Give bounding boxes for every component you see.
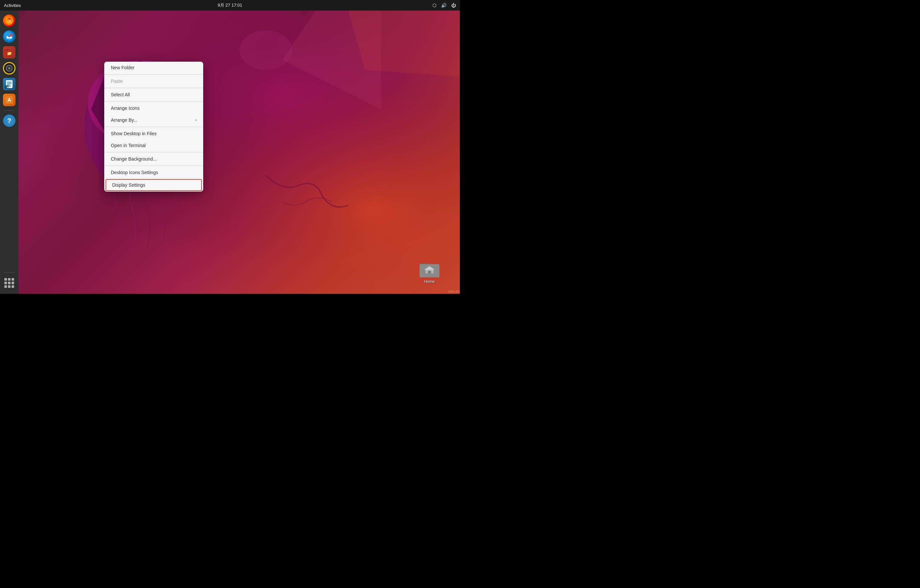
sidebar-divider-bottom [4,272,15,273]
menu-item-show-desktop[interactable]: Show Desktop in Files [104,128,203,139]
svg-text:A: A [7,97,11,103]
sidebar: 📁 W A [0,11,18,294]
svg-point-3 [10,34,13,37]
menu-item-arrange-icons[interactable]: Arrange Icons [104,102,203,114]
watermark: cson.cn [448,290,459,293]
svg-rect-11 [7,83,11,84]
menu-item-arrange-by[interactable]: Arrange By... › [104,114,203,126]
submenu-arrow-icon: › [195,118,197,122]
sidebar-item-thunderbird[interactable] [2,30,16,44]
sidebar-item-writer[interactable]: W [2,77,16,91]
sidebar-item-files[interactable]: 📁 [2,45,16,59]
desktop[interactable]: Home New Folder Paste Select All Arrange… [18,11,460,294]
home-folder-icon[interactable]: Home [419,259,440,284]
context-menu: New Folder Paste Select All Arrange Icon… [104,62,203,191]
topbar-right: ⬡ 🔊 ⏻ [432,3,456,8]
activities-button[interactable]: Activities [4,3,21,8]
menu-item-select-all[interactable]: Select All [104,89,203,100]
sidebar-item-help[interactable]: ? [2,114,16,128]
svg-point-2 [5,32,13,40]
sidebar-item-firefox[interactable] [2,14,16,28]
menu-item-paste: Paste [104,75,203,87]
menu-divider-6 [104,165,203,166]
svg-text:📁: 📁 [7,51,12,56]
svg-text:W: W [6,86,9,89]
home-folder-label: Home [424,279,435,284]
menu-item-display-settings[interactable]: Display Settings [105,179,202,191]
svg-rect-36 [428,271,431,274]
topbar-datetime: 9月 27 17:01 [218,2,242,8]
sidebar-divider [4,110,15,110]
volume-icon[interactable]: 🔊 [441,3,447,8]
menu-divider-1 [104,74,203,75]
topbar-left: Activities [4,3,21,8]
sidebar-item-rhythmbox[interactable] [2,62,16,75]
menu-item-desktop-icons-settings[interactable]: Desktop Icons Settings [104,167,203,178]
menu-divider-4 [104,126,203,127]
home-folder-image [419,259,440,278]
menu-item-new-folder[interactable]: New Folder [104,62,203,73]
menu-divider-5 [104,152,203,152]
svg-marker-32 [348,11,460,76]
desktop-wallpaper [18,11,460,294]
sidebar-item-appstore[interactable]: A [2,93,16,107]
svg-rect-10 [7,82,11,83]
menu-divider-3 [104,101,203,102]
menu-item-open-terminal[interactable]: Open in Terminal [104,139,203,151]
power-icon[interactable]: ⏻ [451,3,456,8]
menu-item-change-bg[interactable]: Change Background... [104,153,203,165]
sidebar-item-grid[interactable] [2,276,16,290]
topbar: Activities 9月 27 17:01 ⬡ 🔊 ⏻ [0,0,460,11]
svg-rect-12 [7,84,10,85]
network-icon[interactable]: ⬡ [432,3,436,8]
